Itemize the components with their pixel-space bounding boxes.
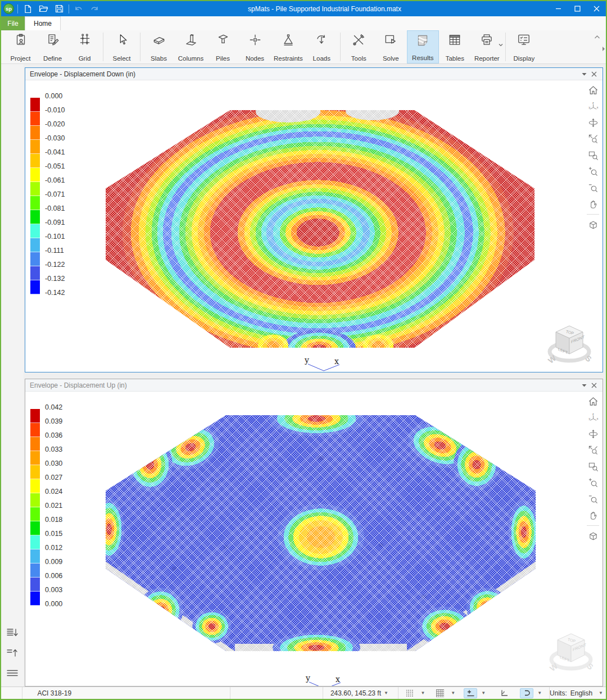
panel-header[interactable]: Envelope - Displacement Down (in) — [25, 68, 603, 80]
axis-y-label: y — [304, 356, 309, 365]
legend-value: 0.027 — [45, 474, 62, 481]
zoom-out-icon — [588, 494, 599, 504]
chevron-down-icon: ▼ — [384, 690, 388, 696]
panel-close-button[interactable] — [589, 69, 599, 79]
zoom-in-button[interactable] — [586, 475, 600, 490]
legend-swatch — [30, 210, 40, 224]
pan-hand-icon — [588, 510, 599, 521]
legend-swatch — [30, 238, 40, 252]
chevron-down-icon[interactable]: ▼ — [537, 690, 542, 696]
panel-dropdown-button[interactable] — [579, 69, 589, 79]
app-logo-icon[interactable]: sp — [3, 3, 14, 14]
legend-swatch — [30, 437, 40, 451]
close-button[interactable] — [587, 1, 606, 16]
separator — [140, 33, 141, 61]
legend-swatch — [30, 493, 40, 507]
window-menu-button[interactable] — [5, 666, 20, 680]
legend-value: 0.030 — [45, 460, 62, 467]
zoom-out-button[interactable] — [586, 492, 600, 506]
legend-swatch — [30, 563, 40, 578]
ribbon-tables-button[interactable]: Tables — [439, 30, 471, 63]
ribbon-reporter-button[interactable]: Reporter — [471, 30, 503, 63]
object-snap-toggle[interactable] — [520, 688, 533, 698]
ribbon-nodes-button[interactable]: Nodes — [239, 30, 271, 63]
reporter-dropdown-icon[interactable] — [498, 39, 504, 49]
zoom-out-button[interactable] — [586, 180, 600, 195]
zoom-window-button[interactable] — [586, 459, 600, 474]
xyz-axes-icon: zyx — [588, 412, 599, 423]
ribbon-grid-button[interactable]: Grid — [69, 30, 101, 63]
dot-grid-toggle[interactable] — [403, 688, 416, 698]
home-view-button[interactable] — [586, 83, 600, 97]
chevron-down-icon[interactable]: ▼ — [420, 690, 425, 696]
ribbon-tools-button[interactable]: Tools — [343, 30, 375, 63]
view-cube[interactable]: W S TOP LEFT FRONT — [545, 630, 597, 675]
grid-icon — [78, 33, 92, 47]
pan-button[interactable] — [586, 197, 600, 211]
ribbon-columns-button[interactable]: Columns — [175, 30, 207, 63]
home-view-button[interactable] — [586, 394, 600, 408]
maximize-button[interactable] — [568, 1, 587, 16]
panel-title: Envelope - Displacement Down (in) — [30, 70, 579, 78]
ribbon-slabs-button[interactable]: Slabs — [143, 30, 175, 63]
axes-view-button[interactable]: zyx — [586, 99, 600, 113]
new-file-button[interactable] — [21, 3, 34, 15]
line-grid-toggle[interactable] — [433, 688, 447, 698]
ribbon-solve-button[interactable]: Solve — [375, 30, 407, 63]
zoom-window-button[interactable] — [586, 148, 600, 162]
pan-button[interactable] — [586, 508, 600, 522]
panel-dropdown-button[interactable] — [579, 380, 589, 390]
arrange-windows-up-button[interactable] — [5, 646, 20, 660]
panel-displacement-up: Envelope - Displacement Up (in) 0.0420.0… — [25, 379, 603, 687]
viewport-toolbar: zyx — [585, 83, 601, 232]
ribbon-restraints-button[interactable]: Restraints — [271, 30, 306, 63]
isometric-view-button[interactable] — [586, 217, 600, 232]
zoom-extents-button[interactable] — [586, 443, 600, 457]
tab-file[interactable]: File — [1, 16, 25, 30]
legend-swatch — [30, 423, 40, 437]
legend-swatch — [30, 126, 40, 140]
redo-button[interactable] — [88, 3, 101, 15]
chevron-down-icon[interactable]: ▼ — [481, 690, 486, 696]
view-cube[interactable]: W S TOP LEFT FRONT — [543, 322, 596, 367]
ribbon-loads-button[interactable]: Loads — [306, 30, 338, 63]
panel-header[interactable]: Envelope - Displacement Up (in) — [25, 379, 603, 392]
snap-toggle[interactable] — [464, 688, 477, 698]
legend-value: 0.000 — [45, 92, 62, 100]
ribbon-collapse-icon[interactable] — [594, 31, 600, 42]
ribbon-label: Project — [11, 54, 31, 62]
chevron-down-icon[interactable]: ▼ — [451, 690, 455, 696]
contour-plot-displacement-down[interactable] — [106, 110, 534, 348]
xyz-axes-icon: zyx — [588, 101, 599, 112]
contour-plot-displacement-up[interactable] — [106, 415, 536, 651]
project-icon — [13, 33, 28, 47]
separator — [505, 33, 506, 61]
ribbon-define-button[interactable]: Define — [37, 30, 69, 63]
orbit-button[interactable] — [586, 426, 600, 441]
ribbon-display-button[interactable]: Display — [508, 30, 540, 63]
chevron-down-icon: ▼ — [599, 690, 603, 696]
open-file-button[interactable] — [37, 3, 49, 15]
zoom-extents-button[interactable] — [586, 131, 600, 146]
ribbon-overflow-icon[interactable] — [602, 44, 605, 54]
isometric-view-button[interactable] — [586, 529, 600, 543]
ribbon-piles-button[interactable]: Piles — [207, 30, 239, 63]
ribbon-project-button[interactable]: Project — [4, 30, 37, 63]
panel-close-button[interactable] — [589, 380, 599, 390]
units-selector[interactable]: Units: English ▼ — [550, 687, 606, 699]
cursor-coordinates[interactable]: 243.60, 145.23 ft ▼ — [323, 687, 398, 699]
zoom-in-button[interactable] — [586, 164, 600, 179]
undo-button[interactable] — [73, 3, 85, 15]
ortho-toggle[interactable] — [497, 688, 511, 698]
separator — [17, 4, 18, 13]
arrange-windows-down-button[interactable] — [5, 626, 20, 639]
tab-home[interactable]: Home — [25, 16, 61, 30]
ribbon-select-button[interactable]: Select — [106, 30, 138, 63]
legend-value: -0.091 — [45, 219, 65, 226]
minimize-button[interactable] — [549, 1, 568, 16]
save-button[interactable] — [53, 3, 65, 15]
axes-view-button[interactable]: zyx — [586, 410, 600, 425]
orbit-button[interactable] — [586, 115, 600, 130]
legend-swatch — [30, 252, 40, 266]
ribbon-results-button[interactable]: Results — [407, 30, 439, 63]
